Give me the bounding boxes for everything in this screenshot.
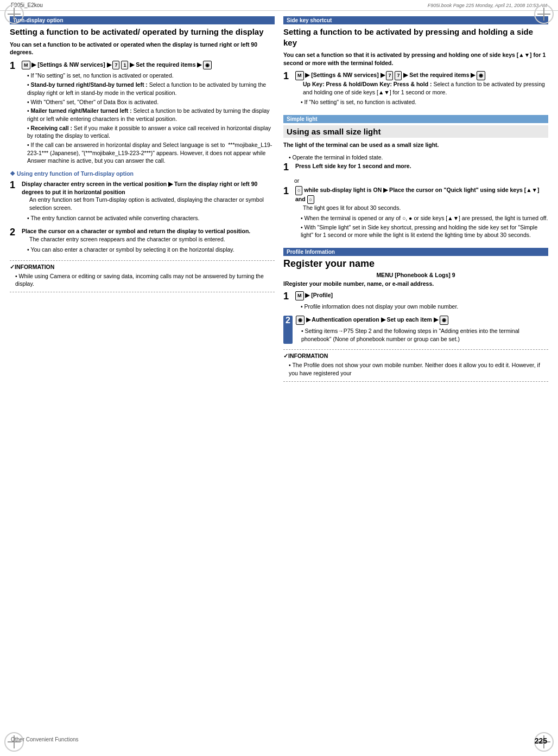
profile-section: Profile Information Register your name M… — [283, 248, 548, 382]
profile-bar: Profile Information — [283, 248, 548, 256]
pf-bullet-no-display: Profile information does not display you… — [301, 303, 548, 311]
right-info-bullets: The Profile does not show your own mobil… — [283, 361, 548, 377]
sl-step-num-1b: 1 — [283, 186, 292, 240]
sl-step1b-sub: The light goes lit for about 30 seconds. — [295, 204, 548, 212]
step2b-sub: The character entry screen reappears and… — [22, 235, 275, 244]
bullet-also-enter: You can also enter a character or symbol… — [27, 246, 275, 254]
sl-step1b: 1 ○ while sub-display light is ON ▶ Plac… — [283, 186, 548, 240]
sl-operate-bullet: Operate the terminal in folded state. — [289, 153, 548, 162]
pf-bullet-setting-items: Setting items→P75 Step 2 and the followi… — [301, 327, 548, 343]
sk-key7a: 7 — [386, 71, 393, 80]
left-info-bullets: While using Camera or editing or saving … — [10, 272, 275, 288]
footer-left-text: Other Convenient Functions — [11, 736, 79, 745]
step1b-bullets: The entry function cannot be activated w… — [22, 214, 275, 222]
pf-step2-bullets: Setting items→P75 Step 2 and the followi… — [296, 327, 548, 343]
corner-tl — [4, 4, 24, 24]
top-bar: F905i_E2kou F905i.book Page 225 Monday, … — [0, 0, 558, 11]
sl-step-num-1: 1 — [283, 162, 292, 173]
side-key-step1: 1 M ▶ [Settings & NW services] ▶ 7 7 ▶ S… — [283, 71, 548, 107]
sk-step-num-1: 1 — [283, 71, 292, 107]
sl-step1-content: Press Left side key for 1 second and mor… — [295, 162, 548, 173]
pf-step-num-2: 2 — [283, 316, 293, 344]
using-entry-heading: Using entry function of Turn-display opt… — [10, 170, 275, 177]
sk-enter-key: ◉ — [477, 71, 485, 80]
bullet-no-setting: If "No setting" is set, no function is a… — [27, 72, 275, 80]
step-num-1: 1 — [10, 61, 18, 166]
side-key-section: Side key shortcut Setting a function to … — [283, 16, 548, 107]
step2b-content: Place the cursor on a character or symbo… — [22, 227, 275, 254]
bullet-others: With "Others" set, "Other" of Data Box i… — [27, 98, 275, 106]
right-info-label: ✓INFORMATION — [283, 353, 548, 359]
sl-bullet-extend: With "Simple light" set in Side key shor… — [301, 223, 548, 239]
turn-display-step2b: 2 Place the cursor on a character or sym… — [10, 227, 275, 254]
profile-step1: 1 M ▶ [Profile] Profile information does… — [283, 291, 548, 311]
step2b-bullets: You can also enter a character or symbol… — [22, 246, 275, 254]
checkmark-icon-r: ✓ — [283, 353, 288, 359]
simple-light-intro: The light of the terminal can be used as… — [283, 141, 548, 149]
pf-menu-key: M — [295, 291, 304, 300]
page-container: F905i_E2kou F905i.book Page 225 Monday, … — [0, 0, 558, 756]
step-num-2b: 2 — [10, 227, 18, 254]
left-info-label: ✓INFORMATION — [10, 264, 275, 270]
right-column: Side key shortcut Setting a function to … — [283, 16, 548, 389]
profile-step2: 2 ◉ ▶ Authentication operation ▶ Set up … — [283, 316, 548, 344]
turn-display-intro: You can set a function to be activated o… — [10, 41, 275, 56]
step1-content: M ▶ [Settings & NW services] ▶ 7 1 ▶ Set… — [22, 61, 275, 166]
crosshair-tr — [537, 8, 550, 21]
key1-icon: 1 — [121, 61, 128, 70]
sl-bullet-opened: When the terminal is opened or any of ○,… — [301, 214, 548, 222]
sk-key7b: 7 — [395, 71, 402, 80]
side-key-intro: You can set a function so that it is act… — [283, 51, 548, 67]
simple-light-section: Simple light Using as small size light T… — [283, 115, 548, 240]
bullet-mailer: Mailer turned right/Mailer turned left :… — [27, 107, 275, 123]
turn-display-step1b: 1 Display character entry screen in the … — [10, 180, 275, 223]
sl-step1: 1 Press Left side key for 1 second and m… — [283, 162, 548, 173]
sk-step1-content: M ▶ [Settings & NW services] ▶ 7 7 ▶ Set… — [295, 71, 548, 107]
pf-step1-bullets: Profile information does not display you… — [295, 303, 548, 311]
profile-title: Register your name — [283, 258, 548, 270]
enter-key-icon: ◉ — [203, 61, 212, 70]
step1-bullets: If "No setting" is set, no function is a… — [22, 72, 275, 165]
bullet-receiving: Receiving call : Set if you make it poss… — [27, 124, 275, 140]
crosshair-tl — [8, 8, 21, 21]
left-information-block: ✓INFORMATION While using Camera or editi… — [10, 260, 275, 292]
or-divider: or — [294, 177, 548, 184]
key7-icon: 7 — [112, 61, 119, 70]
step-num-1b: 1 — [10, 180, 18, 223]
sl-circle-key2: ○ — [307, 195, 314, 204]
sl-step1b-bullets: When the terminal is opened or any of ○,… — [295, 214, 548, 239]
sk-step1-sub: Up Key: Press & hold/Down Key: Press & h… — [295, 80, 548, 96]
step1b-content: Display character entry screen in the ve… — [22, 180, 275, 223]
page-number: 225 — [535, 736, 547, 745]
menu-key-icon: M — [22, 61, 30, 70]
side-key-bar: Side key shortcut — [283, 16, 548, 24]
pf-step1-content: M ▶ [Profile] Profile information does n… — [295, 291, 548, 311]
register-intro: lRegister your mobile number, name, or e… — [283, 280, 548, 287]
turn-display-bar: Turn-display option — [10, 16, 275, 24]
simple-light-bar: Simple light — [283, 115, 548, 123]
turn-display-step1: 1 M ▶ [Settings & NW services] ▶ 7 1 ▶ S… — [10, 61, 275, 166]
pf-enter-key2: ◉ — [440, 316, 448, 325]
side-key-title: Setting a function to be activated by pr… — [283, 27, 548, 48]
main-content: Turn-display option Setting a function t… — [0, 11, 558, 395]
file-info: F905i.book Page 225 Monday, April 21, 20… — [428, 3, 547, 8]
turn-display-title: Setting a function to be activated/ oper… — [10, 27, 275, 37]
step1b-sub: An entry function set from Turn-display … — [22, 196, 275, 212]
sl-circle-key: ○ — [295, 186, 302, 195]
menu-line: MENU [Phonebook & Logs] 9 — [283, 272, 548, 278]
bullet-standby: Stand-by turned right/Stand-by turned le… — [27, 81, 275, 97]
checkmark-icon: ✓ — [10, 264, 15, 270]
pf-step2-content: ◉ ▶ Authentication operation ▶ Set up ea… — [296, 316, 548, 344]
left-column: Turn-display option Setting a function t… — [10, 16, 275, 389]
turn-display-section: Turn-display option Setting a function t… — [10, 16, 275, 292]
sk-menu-key: M — [295, 71, 304, 80]
pf-bullet-profile-no-show: The Profile does not show your own mobil… — [289, 361, 548, 377]
corner-tr — [534, 4, 554, 24]
right-information-block: ✓INFORMATION The Profile does not show y… — [283, 349, 548, 381]
pf-enter-key: ◉ — [296, 316, 305, 325]
sk-bullet-no-setting: If "No setting" is set, no function is a… — [301, 98, 548, 106]
simple-light-title: Using as small size light — [283, 125, 548, 138]
sk-step1-bullets: If "No setting" is set, no function is a… — [295, 98, 548, 106]
bullet-call-answered: If the call can be answered in horizonta… — [27, 141, 275, 165]
info-camera-bullet: While using Camera or editing or saving … — [15, 272, 275, 288]
